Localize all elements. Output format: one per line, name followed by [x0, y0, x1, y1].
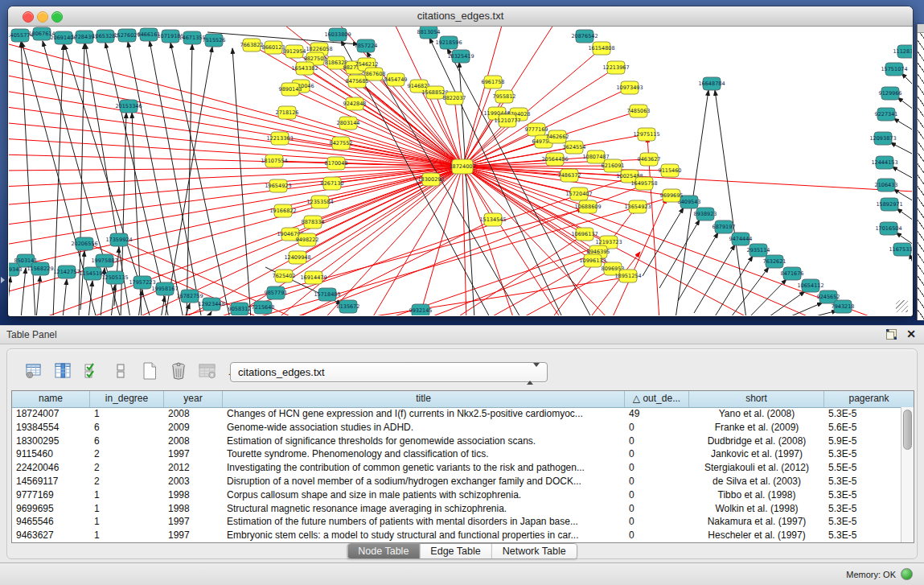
network-node[interactable]: 8135672 — [337, 300, 360, 313]
table-cell[interactable]: 1998 — [164, 488, 223, 502]
network-node[interactable]: 6879197 — [713, 220, 736, 233]
network-node[interactable]: 8878334 — [302, 216, 325, 229]
table-cell[interactable]: 5.9E-5 — [824, 435, 901, 448]
network-node[interactable]: 18107554 — [261, 154, 287, 167]
table-cell[interactable]: Estimation of significance thresholds fo… — [223, 435, 625, 448]
network-node[interactable]: 16648784 — [698, 77, 725, 90]
network-node[interactable]: 9115460 — [659, 164, 682, 177]
network-node[interactable]: 11675338 — [889, 243, 912, 256]
network-node[interactable]: 9699695 — [660, 189, 684, 202]
table-cell[interactable]: 49 — [625, 407, 689, 421]
network-node[interactable]: 9857791 — [265, 286, 288, 299]
network-node[interactable]: 12213363 — [266, 132, 293, 145]
unselect-all-icon[interactable] — [111, 360, 130, 381]
network-canvas[interactable]: 1405577418067614206914061728439110653287… — [9, 27, 912, 315]
network-node[interactable]: 9890143 — [279, 83, 302, 96]
table-row[interactable]: 946362711997Embryonic stem cells: a mode… — [12, 529, 901, 542]
table-cell[interactable]: 1 — [90, 529, 164, 542]
network-node[interactable]: 9777169 — [525, 123, 548, 136]
table-row[interactable]: 2242004622012Investigating the contribut… — [12, 461, 901, 475]
network-node[interactable]: 15720407 — [565, 187, 592, 200]
table-row[interactable]: 1456911722003Disruption of a novel membe… — [12, 475, 901, 488]
network-select-dropdown[interactable]: citations_edges.txt — [230, 362, 548, 382]
network-window[interactable]: citations_edges.txt 14055774180676142069… — [8, 6, 913, 316]
network-node[interactable]: 8454749 — [384, 73, 408, 86]
table-cell[interactable]: Tourette syndrome. Phenomenology and cla… — [223, 447, 625, 461]
table-cell[interactable]: Changes of HCN gene expression and I(f) … — [223, 407, 625, 421]
column-header-pagerank[interactable]: pagerank — [824, 391, 914, 407]
table-cell[interactable]: 9463627 — [12, 529, 90, 542]
table-row[interactable]: 969969511998Structural magnetic resonanc… — [12, 502, 901, 516]
network-node[interactable]: 20876542 — [571, 30, 598, 43]
table-cell[interactable]: de Silva et al. (2003) — [689, 475, 824, 488]
table-cell[interactable]: 0 — [625, 515, 689, 529]
network-node[interactable]: 9932145 — [409, 304, 433, 315]
column-header-title[interactable]: title — [223, 391, 625, 407]
table-cell[interactable]: Wolkin et al. (1998) — [689, 502, 824, 516]
table-scrollbar[interactable] — [901, 407, 914, 542]
network-node[interactable]: 6216091 — [602, 159, 625, 172]
float-panel-icon[interactable] — [886, 329, 897, 340]
network-node[interactable]: 9227341 — [875, 108, 898, 121]
table-body[interactable]: 1872400712008Changes of HCN gene express… — [12, 407, 901, 542]
delete-table-icon[interactable] — [198, 360, 217, 381]
column-header-short[interactable]: short — [689, 391, 824, 407]
table-cell[interactable]: 2008 — [164, 407, 223, 421]
table-cell[interactable]: 2 — [90, 475, 164, 488]
network-node[interactable]: 9058312 — [228, 303, 252, 315]
table-cell[interactable]: 5.5E-5 — [824, 461, 901, 475]
network-node[interactable]: 7943218 — [832, 300, 855, 313]
table-cell[interactable]: 1997 — [164, 515, 223, 529]
table-cell[interactable]: 6 — [90, 421, 164, 435]
network-node[interactable]: 15718485 — [314, 288, 340, 301]
network-node[interactable]: 8813054 — [417, 27, 441, 39]
table-cell[interactable]: 5.3E-5 — [824, 475, 901, 488]
tab-node-table[interactable]: Node Table — [347, 544, 419, 558]
table-cell[interactable]: 5.3E-5 — [824, 502, 901, 516]
table-cell[interactable]: Estimation of the future numbers of pati… — [223, 515, 625, 529]
table-cell[interactable]: Tibbo et al. (1998) — [689, 488, 824, 502]
table-cell[interactable]: 2008 — [164, 435, 223, 448]
network-node[interactable]: 16154808 — [588, 42, 614, 55]
table-cell[interactable]: 0 — [625, 529, 689, 542]
select-all-icon[interactable] — [82, 360, 101, 381]
panel-collapse-arrow-icon[interactable] — [1, 277, 5, 283]
column-header-year[interactable]: year — [164, 391, 223, 407]
network-node[interactable]: 12093873 — [869, 132, 896, 145]
table-cell[interactable]: Corpus callosum shape and size in male p… — [223, 488, 625, 502]
table-cell[interactable]: 1998 — [164, 502, 223, 516]
network-node[interactable]: 7857224 — [355, 39, 378, 52]
network-node[interactable]: 18325419 — [447, 50, 474, 63]
network-node[interactable]: 7485063 — [627, 105, 651, 117]
close-panel-icon[interactable]: ✕ — [906, 328, 916, 340]
network-node[interactable]: 12444153 — [871, 156, 897, 169]
table-row[interactable]: 911546021997Tourette syndrome. Phenomeno… — [12, 447, 901, 461]
delete-column-icon[interactable] — [169, 360, 188, 381]
table-row[interactable]: 1830029562008Estimation of significance … — [12, 435, 901, 448]
table-cell[interactable]: 2 — [90, 447, 164, 461]
table-cell[interactable]: 6 — [90, 435, 164, 448]
table-row[interactable]: 946554611997Estimation of the future num… — [12, 515, 901, 529]
table-cell[interactable]: Jankovic et al. (1997) — [689, 447, 824, 461]
table-cell[interactable]: 18724007 — [12, 407, 90, 421]
network-node[interactable]: 13654923 — [624, 200, 651, 213]
table-mode-icon[interactable] — [24, 360, 43, 381]
network-node[interactable]: 3624554 — [563, 141, 586, 154]
table-cell[interactable]: Nakamura et al. (1997) — [689, 515, 824, 529]
network-node[interactable]: 15892971 — [876, 198, 902, 211]
table-cell[interactable]: Hescheler et al. (1997) — [689, 529, 824, 542]
table-panel-header[interactable]: Table Panel ✕ — [0, 325, 924, 344]
table-cell[interactable]: 19384554 — [12, 421, 90, 435]
network-node[interactable]: 15751074 — [881, 63, 907, 76]
table-cell[interactable]: 0 — [625, 447, 689, 461]
network-node[interactable]: 7486372 — [558, 169, 581, 182]
new-column-icon[interactable] — [140, 360, 159, 381]
column-header-out_degree[interactable]: △ out_de... — [625, 391, 689, 407]
background-window-edge[interactable] — [917, 24, 924, 320]
network-node[interactable]: 2935114 — [747, 244, 770, 257]
show-columns-icon[interactable] — [53, 360, 72, 381]
table-cell[interactable]: Embryonic stem cells: a model to study s… — [223, 529, 625, 542]
table-cell[interactable]: 0 — [625, 488, 689, 502]
table-cell[interactable]: 0 — [625, 461, 689, 475]
network-node[interactable]: 8427552 — [330, 137, 353, 150]
